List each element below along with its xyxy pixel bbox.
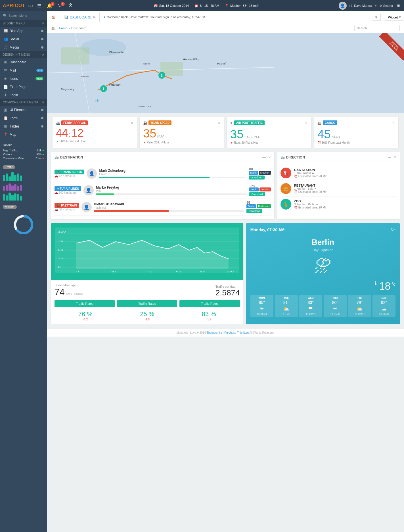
train-close-btn[interactable]: ✕	[218, 121, 221, 125]
dest-name-0: Mark Zukenberg	[99, 169, 246, 173]
direction-item-2: 🦒 ZOO 3 Km Turn Right ↪ ⏰ Estimated time…	[281, 197, 396, 212]
alerts-btn[interactable]: 🛡 5	[57, 3, 64, 9]
ferry-close-btn[interactable]: ✕	[131, 121, 133, 125]
svg-text:20: 20	[110, 270, 116, 273]
right-icon: ▶	[312, 172, 314, 175]
traffic-day-label: Traffic per day	[215, 285, 240, 288]
sidebar-item-social[interactable]: 👥 Social	[0, 35, 47, 43]
device-section: Device Avg. Traffic 25k ● Visitors 80% ●…	[0, 140, 47, 164]
notifications-btn[interactable]: 🔔 3	[45, 3, 54, 9]
widget-btn[interactable]: Widget ▾	[385, 14, 404, 21]
traffic-btn-1[interactable]: Traffic Rates	[117, 300, 177, 307]
alerts-badge: 5	[61, 2, 65, 6]
dest-row-2: 🚂 FAZTTRAIN 🚗 40 Km/hours 👤 Dieter Gruen…	[55, 199, 271, 216]
tables-icon: ⊞	[3, 124, 7, 128]
dest-tags-1: Berlin London	[249, 187, 271, 191]
download-btn-1[interactable]: Download	[249, 192, 265, 196]
svg-text:Dębno: Dębno	[143, 62, 150, 65]
search-input[interactable]	[9, 14, 44, 17]
svg-text:100: 100	[226, 270, 234, 273]
chart-stats: Speed Avarage 74 KM / HOURS Traffic per …	[51, 280, 243, 324]
traffic-btn-2[interactable]: Traffic Rates	[179, 300, 240, 307]
sidebar-item-uielement[interactable]: ▣ UI Element	[0, 106, 47, 114]
destination-header: 🚌 DESTINATION — ✕	[55, 155, 271, 162]
design-menu-header: DESIGN KIT MENU ⚙	[0, 51, 47, 58]
close-welcome-btn[interactable]: ✕	[372, 14, 381, 21]
direction-card: 🚌 DIRECTION — ✕ ⛽ GAS STATION 1 Km Fowar…	[277, 152, 400, 219]
sidebar-item-icons[interactable]: ◈ Icons New	[0, 74, 47, 83]
svg-text:Stendal: Stendal	[81, 75, 89, 78]
donut-chart	[0, 210, 47, 239]
right-turn-icon: ↪	[315, 203, 318, 206]
avatar: 👤	[339, 2, 347, 10]
weather-card: Monday, 07:30 AM CF Berlin Day Lightning…	[246, 223, 400, 324]
stat-traffic: Avg. Traffic 25k ●	[3, 149, 44, 152]
direction-icon: 🚌	[281, 155, 285, 159]
svg-text:Potsdam: Potsdam	[109, 83, 121, 86]
clock-btn[interactable]: ⏱	[67, 3, 74, 9]
tab-close-btn[interactable]: ✕	[93, 16, 95, 19]
cargo-close-btn[interactable]: ✕	[392, 121, 395, 125]
sidebar-item-extrapage[interactable]: 📄 Extra Page	[0, 83, 47, 91]
dest-tags-2: Berlin Dortmund	[246, 204, 271, 208]
stat-visitors: Visitors 80% ●	[3, 153, 44, 156]
tab-home[interactable]: 🏠	[47, 12, 60, 22]
dest-speed-2: 🚗 40 Km/hours	[55, 208, 79, 211]
extrapage-icon: 📄	[3, 85, 7, 89]
traffic-btn-0[interactable]: Traffic Rates	[55, 300, 115, 307]
info-icon: ℹ	[104, 15, 105, 19]
close-icon[interactable]: ✕	[268, 155, 271, 159]
topnav-username: Hi, Dave Mattew	[349, 4, 372, 7]
close-dir-icon[interactable]: ✕	[393, 155, 396, 159]
weather-city: Berlin	[250, 238, 395, 247]
sidebar-search[interactable]: 🔍	[0, 11, 47, 20]
search-input[interactable]	[354, 25, 400, 31]
sidebar-item-login[interactable]: ⬇ Login	[0, 91, 47, 99]
download-btn-0[interactable]: Download	[249, 176, 265, 180]
home-link[interactable]: Home	[59, 26, 67, 30]
footer-link1[interactable]: Themesmile	[207, 331, 222, 334]
tabs-row: 🏠 📊 DASHBOARD ✕ ℹ Welcome back, Dave mat…	[47, 11, 404, 23]
setting-link[interactable]: ⚙ Setting	[379, 4, 393, 8]
sidebar-item-media[interactable]: 🎵 Media	[0, 43, 47, 51]
dashboard-icon: ⊞	[3, 60, 7, 64]
mail-icon: ✉	[3, 68, 7, 72]
download-btn-2[interactable]: Download	[246, 209, 262, 213]
sidebar-item-form[interactable]: 📋 Form	[0, 114, 47, 122]
more-btn[interactable]: ≡	[396, 3, 401, 9]
gear-icon[interactable]: ⚙	[41, 101, 44, 104]
weather-desc: Day Lightning	[250, 248, 395, 252]
left-icon: ↩	[313, 187, 316, 190]
topnav: APRICOT v1.3 ☰ 🔔 3 🛡 5 ⏱ 📅 Sat, 18 Octob…	[0, 0, 404, 11]
restaurant-icon: 🍔	[281, 183, 291, 194]
weather-temp: 🌡 18 °c	[250, 280, 395, 292]
sidebar-item-mail[interactable]: ✉ Mail 223	[0, 66, 47, 74]
tab-dashboard[interactable]: 📊 DASHBOARD ✕	[60, 12, 100, 22]
thermometer-icon: 🌡	[373, 280, 378, 286]
sidebar-item-tables[interactable]: ⊞ Tables	[0, 122, 47, 130]
minimize-dir-icon[interactable]: —	[388, 155, 391, 159]
fly-airlines-badge: ✈ FLY AIRLINES	[55, 186, 81, 191]
topnav-date: 📅 Sat, 18 October 2014	[154, 4, 189, 8]
chart-stat-row: Speed Avarage 74 KM / HOURS Traffic per …	[55, 283, 240, 297]
stat-card-airport: ✈ AIR PORT TRAFFIC ✕ 35 TAKE OFF ▼ Rate:…	[227, 117, 311, 148]
direction-actions: — ✕	[388, 155, 396, 159]
minimize-icon[interactable]: —	[262, 155, 266, 159]
gear-icon[interactable]: ⚙	[41, 22, 44, 25]
sidebar-item-dashboard[interactable]: ⊞ Dashboard	[0, 58, 47, 66]
svg-text:100: 100	[58, 230, 66, 233]
sidebar-item-map[interactable]: 📍 Map	[0, 130, 47, 139]
breadcrumb-row: 🏠 › Home › Dashboard	[47, 23, 404, 33]
pct-item-1: 25 % -1.8	[140, 310, 154, 321]
clock-dir-icon: ⏰	[294, 175, 298, 178]
sidebar: 🔍 WIDGET MENU ⚙ 📰 Blog App 👥 Social 🎵 Me…	[0, 11, 47, 532]
gear-icon[interactable]: ⚙	[41, 53, 44, 56]
social-dot	[41, 38, 43, 40]
menu-toggle-btn[interactable]: ☰	[36, 3, 43, 9]
airport-close-btn[interactable]: ✕	[305, 121, 308, 125]
bottom-row: 100 75 50 25 0 0 20 40 62 83 100	[47, 223, 404, 329]
sidebar-item-blogapp[interactable]: 📰 Blog App	[0, 27, 47, 35]
device-title: Device	[3, 143, 44, 147]
dest-avatar-2: 👤	[81, 202, 92, 212]
footer-link2[interactable]: Purchase This Item	[224, 331, 249, 334]
